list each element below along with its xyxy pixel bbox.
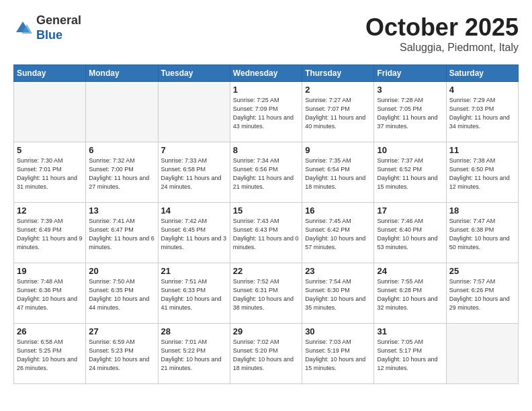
day-number: 2: [305, 85, 371, 95]
day-info: Sunrise: 7:32 AM Sunset: 7:00 PM Dayligh…: [89, 156, 154, 191]
week-row-5: 26Sunrise: 6:58 AM Sunset: 5:25 PM Dayli…: [14, 324, 519, 384]
calendar-cell: 6Sunrise: 7:32 AM Sunset: 7:00 PM Daylig…: [86, 142, 158, 203]
calendar-cell: 24Sunrise: 7:55 AM Sunset: 6:28 PM Dayli…: [374, 263, 446, 324]
day-info: Sunrise: 7:45 AM Sunset: 6:42 PM Dayligh…: [305, 217, 371, 252]
day-number: 10: [377, 145, 443, 155]
calendar-cell: 2Sunrise: 7:27 AM Sunset: 7:07 PM Daylig…: [302, 82, 374, 142]
calendar-cell: 29Sunrise: 7:02 AM Sunset: 5:20 PM Dayli…: [230, 324, 302, 384]
day-number: 18: [449, 205, 515, 216]
calendar-cell: 28Sunrise: 7:01 AM Sunset: 5:22 PM Dayli…: [158, 324, 230, 384]
logo-text: General Blue: [36, 13, 81, 42]
calendar-cell: 5Sunrise: 7:30 AM Sunset: 7:01 PM Daylig…: [14, 142, 86, 203]
day-number: 20: [89, 266, 154, 276]
logo-icon: [13, 19, 32, 38]
day-number: 7: [161, 145, 227, 155]
day-info: Sunrise: 7:54 AM Sunset: 6:30 PM Dayligh…: [305, 277, 371, 312]
day-number: 30: [305, 326, 371, 336]
day-info: Sunrise: 7:50 AM Sunset: 6:35 PM Dayligh…: [89, 277, 154, 312]
weekday-header-monday: Monday: [86, 65, 158, 82]
weekday-header-saturday: Saturday: [446, 65, 518, 82]
day-number: 11: [449, 145, 515, 155]
calendar-cell: 20Sunrise: 7:50 AM Sunset: 6:35 PM Dayli…: [86, 263, 158, 324]
logo: General Blue: [13, 13, 81, 42]
day-info: Sunrise: 7:51 AM Sunset: 6:33 PM Dayligh…: [161, 277, 227, 312]
day-info: Sunrise: 7:55 AM Sunset: 6:28 PM Dayligh…: [377, 277, 443, 312]
day-number: 28: [161, 326, 227, 336]
calendar-cell: 30Sunrise: 7:03 AM Sunset: 5:19 PM Dayli…: [302, 324, 374, 384]
day-info: Sunrise: 7:57 AM Sunset: 6:26 PM Dayligh…: [449, 277, 515, 312]
day-number: 15: [233, 205, 299, 216]
weekday-header-friday: Friday: [374, 65, 446, 82]
calendar-cell: [158, 82, 230, 142]
day-number: 1: [233, 85, 299, 95]
weekday-header-tuesday: Tuesday: [158, 65, 230, 82]
weekday-header-sunday: Sunday: [14, 65, 86, 82]
weekday-header-wednesday: Wednesday: [230, 65, 302, 82]
day-number: 5: [17, 145, 83, 155]
day-number: 4: [449, 85, 515, 95]
day-info: Sunrise: 7:42 AM Sunset: 6:45 PM Dayligh…: [161, 217, 227, 252]
calendar-cell: 17Sunrise: 7:46 AM Sunset: 6:40 PM Dayli…: [374, 203, 446, 263]
weekday-header-thursday: Thursday: [302, 65, 374, 82]
day-info: Sunrise: 7:47 AM Sunset: 6:38 PM Dayligh…: [449, 217, 515, 252]
day-number: 19: [17, 266, 83, 276]
calendar-table: SundayMondayTuesdayWednesdayThursdayFrid…: [13, 64, 519, 384]
day-info: Sunrise: 7:28 AM Sunset: 7:05 PM Dayligh…: [377, 96, 443, 131]
day-info: Sunrise: 7:48 AM Sunset: 6:36 PM Dayligh…: [17, 277, 83, 312]
week-row-1: 1Sunrise: 7:25 AM Sunset: 7:09 PM Daylig…: [14, 82, 519, 142]
day-number: 21: [161, 266, 227, 276]
day-number: 23: [305, 266, 371, 276]
calendar-cell: 21Sunrise: 7:51 AM Sunset: 6:33 PM Dayli…: [158, 263, 230, 324]
day-info: Sunrise: 7:02 AM Sunset: 5:20 PM Dayligh…: [233, 338, 299, 373]
week-row-3: 12Sunrise: 7:39 AM Sunset: 6:49 PM Dayli…: [14, 203, 519, 263]
day-number: 16: [305, 205, 371, 216]
calendar-cell: [446, 324, 518, 384]
day-info: Sunrise: 7:05 AM Sunset: 5:17 PM Dayligh…: [377, 338, 443, 373]
day-info: Sunrise: 7:39 AM Sunset: 6:49 PM Dayligh…: [17, 217, 83, 252]
day-info: Sunrise: 6:58 AM Sunset: 5:25 PM Dayligh…: [17, 338, 83, 373]
day-number: 12: [17, 205, 83, 216]
day-info: Sunrise: 7:35 AM Sunset: 6:54 PM Dayligh…: [305, 156, 371, 191]
calendar-cell: 19Sunrise: 7:48 AM Sunset: 6:36 PM Dayli…: [14, 263, 86, 324]
calendar-cell: 13Sunrise: 7:41 AM Sunset: 6:47 PM Dayli…: [86, 203, 158, 263]
calendar-cell: 14Sunrise: 7:42 AM Sunset: 6:45 PM Dayli…: [158, 203, 230, 263]
day-number: 27: [89, 326, 154, 336]
day-number: 3: [377, 85, 443, 95]
title-block: October 2025 Saluggia, Piedmont, Italy: [365, 13, 519, 54]
day-number: 17: [377, 205, 443, 216]
day-number: 29: [233, 326, 299, 336]
day-number: 14: [161, 205, 227, 216]
month-title: October 2025: [365, 13, 519, 42]
day-info: Sunrise: 7:25 AM Sunset: 7:09 PM Dayligh…: [233, 96, 299, 131]
logo-general: General: [36, 13, 81, 27]
day-info: Sunrise: 7:37 AM Sunset: 6:52 PM Dayligh…: [377, 156, 443, 191]
day-info: Sunrise: 7:34 AM Sunset: 6:56 PM Dayligh…: [233, 156, 299, 191]
logo-blue: Blue: [36, 28, 62, 42]
calendar-cell: 25Sunrise: 7:57 AM Sunset: 6:26 PM Dayli…: [446, 263, 518, 324]
day-number: 31: [377, 326, 443, 336]
day-number: 8: [233, 145, 299, 155]
day-number: 25: [449, 266, 515, 276]
page-header: General Blue October 2025 Saluggia, Pied…: [13, 13, 519, 54]
calendar-cell: 12Sunrise: 7:39 AM Sunset: 6:49 PM Dayli…: [14, 203, 86, 263]
day-info: Sunrise: 6:59 AM Sunset: 5:23 PM Dayligh…: [89, 338, 154, 373]
calendar-cell: 3Sunrise: 7:28 AM Sunset: 7:05 PM Daylig…: [374, 82, 446, 142]
day-info: Sunrise: 7:46 AM Sunset: 6:40 PM Dayligh…: [377, 217, 443, 252]
day-number: 9: [305, 145, 371, 155]
calendar-cell: 4Sunrise: 7:29 AM Sunset: 7:03 PM Daylig…: [446, 82, 518, 142]
day-info: Sunrise: 7:52 AM Sunset: 6:31 PM Dayligh…: [233, 277, 299, 312]
day-info: Sunrise: 7:41 AM Sunset: 6:47 PM Dayligh…: [89, 217, 154, 252]
day-number: 6: [89, 145, 154, 155]
day-number: 13: [89, 205, 154, 216]
calendar-cell: 23Sunrise: 7:54 AM Sunset: 6:30 PM Dayli…: [302, 263, 374, 324]
calendar-cell: 18Sunrise: 7:47 AM Sunset: 6:38 PM Dayli…: [446, 203, 518, 263]
week-row-2: 5Sunrise: 7:30 AM Sunset: 7:01 PM Daylig…: [14, 142, 519, 203]
weekday-header-row: SundayMondayTuesdayWednesdayThursdayFrid…: [14, 65, 519, 82]
calendar-cell: 27Sunrise: 6:59 AM Sunset: 5:23 PM Dayli…: [86, 324, 158, 384]
week-row-4: 19Sunrise: 7:48 AM Sunset: 6:36 PM Dayli…: [14, 263, 519, 324]
calendar-cell: 1Sunrise: 7:25 AM Sunset: 7:09 PM Daylig…: [230, 82, 302, 142]
day-number: 22: [233, 266, 299, 276]
day-number: 24: [377, 266, 443, 276]
day-info: Sunrise: 7:33 AM Sunset: 6:58 PM Dayligh…: [161, 156, 227, 191]
day-info: Sunrise: 7:30 AM Sunset: 7:01 PM Dayligh…: [17, 156, 83, 191]
